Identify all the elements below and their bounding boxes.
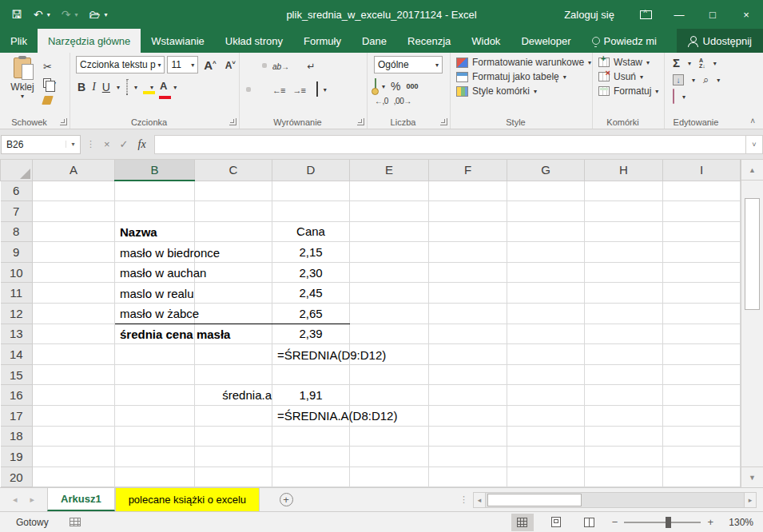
cell[interactable] xyxy=(507,181,585,201)
cell[interactable] xyxy=(350,385,429,406)
cell[interactable] xyxy=(585,447,663,467)
tab-formuly[interactable]: Formuły xyxy=(293,29,352,53)
cell-D17[interactable]: =ŚREDNIA.A(D8:D12) xyxy=(272,406,350,427)
tab-plik[interactable]: Plik xyxy=(0,29,38,53)
cell[interactable] xyxy=(115,364,195,385)
cell[interactable] xyxy=(507,344,585,365)
cell[interactable] xyxy=(429,242,507,263)
bold-button[interactable]: B xyxy=(77,81,85,93)
cell[interactable] xyxy=(272,364,350,385)
merge-center-button[interactable] xyxy=(314,80,320,99)
tab-uklad-strony[interactable]: Układ strony xyxy=(215,29,293,53)
font-dialog-launcher[interactable] xyxy=(229,118,236,125)
prev-sheet-icon[interactable]: ◂ xyxy=(13,494,18,505)
cell-D16[interactable]: 1,91 xyxy=(272,385,350,406)
cell[interactable] xyxy=(33,283,115,304)
page-layout-view-button[interactable] xyxy=(545,514,567,531)
undo-icon[interactable]: ↶ xyxy=(34,8,43,21)
next-sheet-icon[interactable]: ▸ xyxy=(30,494,35,505)
cell[interactable] xyxy=(429,201,507,222)
cell[interactable] xyxy=(507,466,585,487)
column-header-B[interactable]: B xyxy=(115,160,195,181)
customize-qat-icon[interactable]: ▾ xyxy=(105,11,108,18)
collapse-ribbon-icon[interactable]: ˄ xyxy=(750,117,755,125)
cell[interactable] xyxy=(195,181,272,201)
insert-function-icon[interactable]: fx xyxy=(138,138,146,151)
select-all-corner[interactable] xyxy=(1,160,33,181)
cell[interactable] xyxy=(507,304,585,324)
zoom-out-icon[interactable]: − xyxy=(612,516,618,528)
wrap-text-button[interactable]: ↵ xyxy=(304,56,317,75)
tab-dane[interactable]: Dane xyxy=(352,29,397,53)
format-as-table-button[interactable]: Formatuj jako tabelę ▾ xyxy=(456,71,592,82)
align-center-button[interactable] xyxy=(254,87,259,92)
maximize-button[interactable]: □ xyxy=(696,0,729,29)
conditional-formatting-button[interactable]: Formatowanie warunkowe ▾ xyxy=(456,57,592,68)
cell[interactable] xyxy=(507,447,585,467)
horizontal-scrollbar[interactable]: ◂ ▸ xyxy=(473,491,757,508)
font-color-dropdown-icon[interactable]: ▾ xyxy=(173,84,177,91)
clear-dropdown-icon[interactable]: ▾ xyxy=(682,93,686,101)
merge-dropdown-icon[interactable]: ▾ xyxy=(324,86,327,93)
cell[interactable] xyxy=(33,426,115,447)
underline-button[interactable]: U xyxy=(102,81,110,93)
vertical-scrollbar[interactable]: ▲ ▼ xyxy=(741,160,763,487)
cell[interactable] xyxy=(429,344,507,365)
cell[interactable] xyxy=(350,283,429,304)
cell[interactable] xyxy=(350,426,429,447)
sort-filter-button[interactable]: AZ↓ xyxy=(699,58,705,69)
column-header-F[interactable]: F xyxy=(429,160,507,181)
row-header-11[interactable]: 11 xyxy=(1,283,33,304)
cell[interactable] xyxy=(663,466,741,487)
clipboard-dialog-launcher[interactable] xyxy=(60,118,67,125)
copy-button[interactable]: ▾ xyxy=(43,76,56,90)
sign-in-link[interactable]: Zaloguj się xyxy=(550,9,629,21)
column-header-G[interactable]: G xyxy=(507,160,585,181)
cell[interactable] xyxy=(350,324,429,344)
tab-powiedz-mi[interactable]: Powiedz mi xyxy=(582,29,667,53)
cell[interactable] xyxy=(195,304,272,324)
cell[interactable] xyxy=(350,201,429,222)
column-header-C[interactable]: C xyxy=(195,160,272,181)
cell[interactable] xyxy=(585,324,663,344)
cell[interactable] xyxy=(350,262,429,283)
cell[interactable] xyxy=(507,201,585,222)
cell[interactable] xyxy=(195,283,272,304)
cell[interactable] xyxy=(272,201,350,222)
cell[interactable] xyxy=(115,406,195,427)
cell[interactable] xyxy=(33,385,115,406)
cell[interactable] xyxy=(272,426,350,447)
align-bottom-button[interactable] xyxy=(262,63,267,68)
cell[interactable] xyxy=(585,304,663,324)
page-break-view-button[interactable] xyxy=(578,514,601,531)
zoom-slider-thumb[interactable] xyxy=(666,517,671,528)
cell[interactable] xyxy=(33,262,115,283)
cell[interactable] xyxy=(429,385,507,406)
cell-D9[interactable]: 2,15 xyxy=(272,242,350,263)
cell-B11[interactable]: maslo w realu xyxy=(115,283,195,304)
italic-button[interactable]: I xyxy=(92,81,96,93)
insert-cells-button[interactable]: Wstaw ▾ xyxy=(598,57,664,68)
cell[interactable] xyxy=(429,447,507,467)
paste-dropdown-icon[interactable]: ▾ xyxy=(21,93,24,100)
alignment-dialog-launcher[interactable] xyxy=(357,118,364,125)
cell[interactable] xyxy=(33,221,115,242)
fill-button[interactable]: ↓ xyxy=(673,74,684,85)
cell[interactable] xyxy=(33,201,115,222)
sheet-tab-arkusz1[interactable]: Arkusz1 xyxy=(47,488,115,511)
decrease-indent-button[interactable]: ←≡ xyxy=(270,80,287,99)
font-name-combo[interactable]: Czcionka tekstu p▾ xyxy=(76,56,165,73)
cell[interactable] xyxy=(33,304,115,324)
cell[interactable] xyxy=(507,221,585,242)
cell[interactable] xyxy=(429,324,507,344)
cell[interactable] xyxy=(663,364,741,385)
cell[interactable] xyxy=(115,426,195,447)
cell[interactable] xyxy=(585,242,663,263)
cell[interactable] xyxy=(195,406,272,427)
align-top-button[interactable] xyxy=(246,63,251,68)
cell[interactable] xyxy=(507,364,585,385)
horizontal-scroll-thumb[interactable] xyxy=(487,494,582,506)
cell[interactable] xyxy=(663,221,741,242)
row-header-17[interactable]: 17 xyxy=(1,406,33,427)
row-header-9[interactable]: 9 xyxy=(1,242,33,263)
